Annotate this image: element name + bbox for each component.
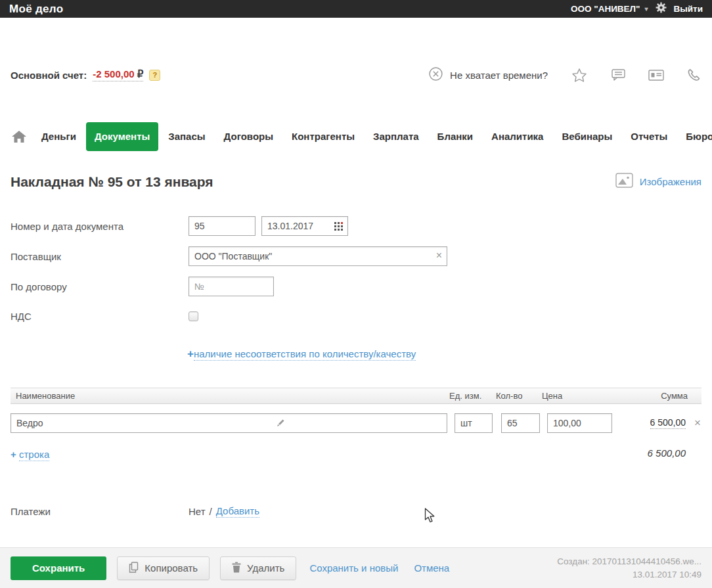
supplier-row: Поставщик × xyxy=(11,246,447,266)
tab-money[interactable]: Деньги xyxy=(33,122,85,151)
chevron-down-icon: ▾ xyxy=(644,5,648,12)
app-logo: Моё дело xyxy=(9,3,63,16)
edit-pencil-icon[interactable] xyxy=(277,418,285,430)
account-amount: -2 500,00 xyxy=(93,68,134,79)
discrepancy-link-label: наличие несоответствия по количеству/кач… xyxy=(194,348,416,361)
tab-reports[interactable]: Отчеты xyxy=(622,122,676,151)
header-icons xyxy=(571,68,701,83)
number-date-label: Номер и дата документа xyxy=(11,221,189,232)
images-link-label: Изображения xyxy=(640,176,701,187)
delete-button[interactable]: Удалить xyxy=(220,556,296,580)
header-actions: Не хватает времени? xyxy=(428,66,701,83)
home-icon[interactable] xyxy=(11,122,28,151)
trash-icon xyxy=(232,562,241,575)
supplier-input[interactable] xyxy=(189,246,447,266)
tab-counterparties[interactable]: Контрагенты xyxy=(283,122,363,151)
settings-gear-icon[interactable] xyxy=(656,2,667,16)
clock-icon xyxy=(428,66,443,83)
item-price-input[interactable] xyxy=(547,413,612,433)
delete-button-label: Удалить xyxy=(247,562,284,574)
tab-webinars[interactable]: Вебинары xyxy=(553,122,621,151)
vat-row: НДС xyxy=(11,306,198,326)
account-balance: Основной счет: -2 500,00 ₽ ? xyxy=(11,68,160,81)
tab-analytics[interactable]: Аналитика xyxy=(483,122,552,151)
tab-contracts[interactable]: Договоры xyxy=(215,122,282,151)
plus-icon: + xyxy=(11,449,16,460)
add-row-link[interactable]: + строка xyxy=(11,449,49,460)
tab-bureau[interactable]: Бюро xyxy=(677,122,712,151)
help-icon[interactable]: ? xyxy=(149,70,160,81)
calendar-icon[interactable] xyxy=(334,221,344,233)
payments-row: Платежи Нет / Добавить xyxy=(11,505,259,518)
save-and-new-link[interactable]: Сохранить и новый xyxy=(309,562,398,574)
tab-documents[interactable]: Документы xyxy=(86,122,158,151)
image-icon xyxy=(615,172,634,191)
currency-ruble-sign: ₽ xyxy=(137,68,144,79)
payments-label: Платежи xyxy=(11,506,189,517)
document-number-input[interactable] xyxy=(189,216,256,236)
modified-datetime: 13.01.2017 10:49 xyxy=(557,568,701,581)
logout-link[interactable]: Выйти xyxy=(674,4,703,14)
company-name: ООО "АНИВЕЛ" xyxy=(571,4,640,14)
company-switcher[interactable]: ООО "АНИВЕЛ" ▾ xyxy=(571,4,648,14)
phone-icon[interactable] xyxy=(686,68,701,83)
col-header-sum: Сумма xyxy=(661,391,701,401)
col-header-qty: Кол-во xyxy=(496,391,542,401)
contact-card-icon[interactable] xyxy=(648,68,665,82)
item-qty-input[interactable] xyxy=(501,413,540,433)
copy-button[interactable]: Копировать xyxy=(117,556,210,580)
account-row: Основной счет: -2 500,00 ₽ ? Не хватает … xyxy=(11,66,701,84)
footer-links: Сохранить и новый Отмена xyxy=(309,562,449,574)
document-meta: Создан: 201701131044410456.we... 13.01.2… xyxy=(557,555,701,581)
mouse-cursor xyxy=(424,508,436,526)
payments-value: Нет xyxy=(189,506,206,517)
item-sum-value[interactable]: 6 500,00 xyxy=(650,417,686,429)
page-title: Накладная № 95 от 13 января xyxy=(11,174,213,190)
col-header-unit: Ед. изм. xyxy=(449,391,496,401)
vat-checkbox[interactable] xyxy=(189,311,198,321)
account-label: Основной счет: xyxy=(11,70,87,81)
messages-icon[interactable] xyxy=(609,68,626,82)
favorites-star-icon[interactable] xyxy=(571,68,587,83)
title-row: Накладная № 95 от 13 января Изображения xyxy=(11,172,701,191)
contract-row: По договору xyxy=(11,277,274,296)
topbar-right: ООО "АНИВЕЛ" ▾ Выйти xyxy=(571,2,703,16)
images-link[interactable]: Изображения xyxy=(615,172,701,191)
col-header-price: Цена xyxy=(542,391,608,401)
supplier-label: Поставщик xyxy=(11,251,189,262)
cancel-link[interactable]: Отмена xyxy=(414,562,449,574)
tab-stock[interactable]: Запасы xyxy=(160,122,213,151)
no-time-text: Не хватает времени? xyxy=(450,70,548,81)
no-time-promo[interactable]: Не хватает времени? xyxy=(428,66,548,83)
item-unit-input[interactable] xyxy=(455,413,493,433)
copy-button-label: Копировать xyxy=(145,562,198,574)
main-nav: Деньги Документы Запасы Договоры Контраг… xyxy=(11,122,712,151)
item-name-input[interactable] xyxy=(11,413,447,433)
clear-supplier-icon[interactable]: × xyxy=(436,250,442,261)
tab-salary[interactable]: Зарплата xyxy=(365,122,428,151)
payments-separator: / xyxy=(210,506,212,517)
add-payment-link[interactable]: Добавить xyxy=(216,505,259,518)
table-total: 6 500,00 xyxy=(648,447,686,459)
contract-number-input[interactable] xyxy=(189,277,274,296)
app-window: Моё дело ООО "АНИВЕЛ" ▾ Выйти xyxy=(0,0,712,588)
topbar: Моё дело ООО "АНИВЕЛ" ▾ Выйти xyxy=(0,0,712,18)
save-button[interactable]: Сохранить xyxy=(11,556,106,580)
footer-bar: Сохранить Копировать Удалить Сохранить xyxy=(0,547,712,588)
contract-label: По договору xyxy=(11,281,189,292)
created-info: Создан: 201701131044410456.we... xyxy=(557,555,701,568)
plus-icon: + xyxy=(187,348,194,360)
number-date-row: Номер и дата документа xyxy=(11,216,348,236)
vat-label: НДС xyxy=(11,311,189,322)
tab-forms[interactable]: Бланки xyxy=(429,122,481,151)
add-row-label: строка xyxy=(19,449,49,461)
col-header-name: Наименование xyxy=(11,391,449,401)
account-amount-wrap[interactable]: -2 500,00 ₽ xyxy=(93,68,143,81)
items-table-header: Наименование Ед. изм. Кол-во Цена Сумма xyxy=(11,388,701,404)
discrepancy-link[interactable]: +наличие несоответствия по количеству/ка… xyxy=(187,348,416,361)
delete-row-icon[interactable]: × xyxy=(694,417,701,430)
copy-icon xyxy=(129,562,139,575)
